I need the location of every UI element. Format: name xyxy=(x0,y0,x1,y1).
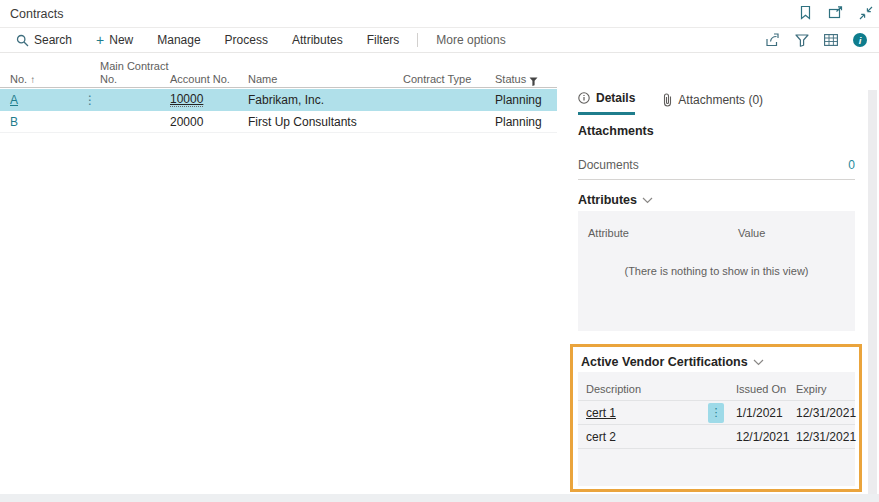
menu-filters[interactable]: Filters xyxy=(355,33,412,47)
search-label: Search xyxy=(34,33,72,47)
bookmark-icon[interactable] xyxy=(799,5,812,20)
cert-description-cell: cert 2 xyxy=(586,430,708,444)
certification-row[interactable]: cert 2 12/1/2021 12/31/2021 xyxy=(578,425,855,449)
contracts-list: A ⋮ 10000 Fabrikam, Inc. Planning B 2000… xyxy=(0,89,557,133)
certification-row[interactable]: cert 1 ⋮ 1/1/2021 12/31/2021 xyxy=(578,401,855,425)
action-bar-right: i xyxy=(765,33,879,47)
value-column: Value xyxy=(738,227,765,239)
page-title: Contracts xyxy=(10,7,64,21)
account-no-cell: 20000 xyxy=(170,115,248,129)
more-options-button[interactable]: More options xyxy=(424,33,517,47)
open-in-window-icon[interactable] xyxy=(828,6,843,19)
search-icon xyxy=(16,34,29,47)
attributes-panel: Attribute Value (There is nothing to sho… xyxy=(578,211,855,331)
chevron-down-icon xyxy=(753,359,764,366)
documents-field: Documents 0 xyxy=(578,150,855,180)
paperclip-icon xyxy=(663,93,672,107)
menu-manage[interactable]: Manage xyxy=(145,33,212,47)
name-cell: Fabrikam, Inc. xyxy=(248,93,403,107)
name-cell: First Up Consultants xyxy=(248,115,403,129)
cert-description-link[interactable]: cert 1 xyxy=(586,406,616,420)
column-name[interactable]: Name xyxy=(248,73,403,90)
issued-on-column: Issued On xyxy=(736,383,796,400)
cert-row-menu-icon[interactable]: ⋮ xyxy=(708,403,724,423)
contract-no-link[interactable]: A xyxy=(10,93,84,107)
action-bar: Search + New Manage Process Attributes F… xyxy=(0,27,879,53)
tab-attachments[interactable]: Attachments (0) xyxy=(663,91,763,115)
filter-icon[interactable] xyxy=(795,34,809,47)
issued-on-cell: 1/1/2021 xyxy=(736,406,796,420)
status-cell: Planning xyxy=(495,115,553,129)
sort-ascending-icon: ↑ xyxy=(30,74,35,86)
layout-icon[interactable] xyxy=(824,34,838,46)
certifications-heading[interactable]: Active Vendor Certifications xyxy=(581,355,859,369)
expiry-cell: 12/31/2021 xyxy=(796,406,854,420)
certifications-table-header: Description Issued On Expiry xyxy=(578,372,855,401)
documents-count-link[interactable]: 0 xyxy=(848,158,855,172)
plus-icon: + xyxy=(96,33,104,47)
certifications-panel: Description Issued On Expiry cert 1 ⋮ 1/… xyxy=(578,372,855,486)
table-row[interactable]: B 20000 First Up Consultants Planning xyxy=(0,111,557,133)
contract-no-link[interactable]: B xyxy=(10,115,84,129)
details-info-icon xyxy=(578,92,590,104)
collapse-icon[interactable] xyxy=(859,6,873,20)
status-cell: Planning xyxy=(495,93,553,107)
details-pane: Details Attachments (0) Attachments Docu… xyxy=(566,53,879,494)
column-status[interactable]: Status xyxy=(495,73,553,90)
description-column: Description xyxy=(586,383,708,400)
certifications-highlight-box: Active Vendor Certifications Description… xyxy=(570,344,862,492)
search-button[interactable]: Search xyxy=(16,33,84,47)
attachments-heading: Attachments xyxy=(578,124,654,138)
info-icon[interactable]: i xyxy=(853,33,867,47)
column-filter-icon xyxy=(529,77,538,86)
new-button[interactable]: + New xyxy=(84,33,145,47)
expiry-column: Expiry xyxy=(796,383,854,400)
column-main-contract-no[interactable]: Main Contract No. xyxy=(100,60,170,90)
attributes-heading[interactable]: Attributes xyxy=(578,193,653,207)
row-menu-icon[interactable]: ⋮ xyxy=(84,93,100,107)
action-bar-divider xyxy=(417,33,418,47)
chevron-down-icon xyxy=(642,197,653,204)
column-account-no[interactable]: Account No. xyxy=(170,73,248,90)
pane-scrollbar[interactable] xyxy=(868,90,877,494)
title-bar: Contracts xyxy=(0,0,879,27)
account-no-link[interactable]: 10000 xyxy=(170,92,203,107)
column-no[interactable]: No. ↑ xyxy=(10,73,84,90)
column-contract-type[interactable]: Contract Type xyxy=(403,73,495,90)
menu-process[interactable]: Process xyxy=(213,33,280,47)
bottom-edge xyxy=(0,494,879,502)
contracts-page: Contracts Search + New xyxy=(0,0,879,502)
menu-attributes[interactable]: Attributes xyxy=(280,33,355,47)
window-controls xyxy=(799,5,873,20)
documents-label: Documents xyxy=(578,158,639,172)
attribute-column: Attribute xyxy=(588,227,629,239)
expiry-cell: 12/31/2021 xyxy=(796,430,854,444)
factbox-tabs: Details Attachments (0) xyxy=(578,91,763,115)
issued-on-cell: 12/1/2021 xyxy=(736,430,796,444)
empty-view-message: (There is nothing to show in this view) xyxy=(578,265,855,277)
table-row[interactable]: A ⋮ 10000 Fabrikam, Inc. Planning xyxy=(0,89,557,111)
action-bar-left: Search + New Manage Process Attributes F… xyxy=(0,33,518,47)
attributes-table-header: Attribute Value xyxy=(578,211,855,243)
list-header: No. ↑ Main Contract No. Account No. Name… xyxy=(0,60,557,88)
share-icon[interactable] xyxy=(765,33,780,47)
tab-details[interactable]: Details xyxy=(578,91,635,115)
new-label: New xyxy=(109,33,133,47)
